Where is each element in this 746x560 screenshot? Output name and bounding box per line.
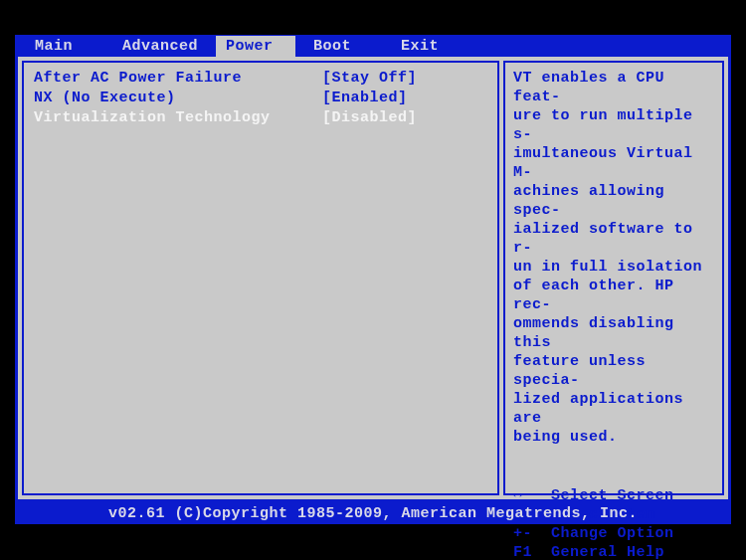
key-hints: ↔Select Screen ↑↓Select Item +-Change Op…	[513, 486, 714, 560]
tab-exit[interactable]: Exit	[391, 36, 470, 57]
help-line: imultaneous Virtual M-	[513, 144, 714, 182]
setting-value[interactable]: [Enabled]	[322, 89, 408, 108]
help-line: of each other. HP rec-	[513, 277, 714, 314]
tab-power[interactable]: Power	[216, 36, 295, 57]
key-hint: +-Change Option	[513, 524, 714, 543]
key-key: ↔	[513, 486, 551, 505]
help-panel: VT enables a CPU feat- ure to run multip…	[503, 61, 724, 495]
setting-row[interactable]: Virtualization Technology [Disabled]	[34, 108, 487, 128]
key-hint: F1General Help	[513, 543, 714, 560]
help-line: ommends disabling this	[513, 314, 714, 352]
help-line: VT enables a CPU feat-	[513, 69, 714, 106]
key-key: +-	[513, 524, 551, 543]
help-line: ialized software to r-	[513, 220, 714, 258]
tab-main[interactable]: Main	[25, 36, 104, 57]
tab-advanced[interactable]: Advanced	[112, 36, 208, 57]
setting-label: NX (No Execute)	[34, 89, 322, 108]
setting-row[interactable]: NX (No Execute) [Enabled]	[34, 89, 487, 108]
key-desc: Select Screen	[551, 486, 674, 505]
help-line: achines allowing spec-	[513, 182, 714, 220]
setting-label: After AC Power Failure	[34, 69, 322, 89]
tab-boot[interactable]: Boot	[303, 36, 383, 57]
key-key: F1	[513, 543, 551, 560]
help-line: un in full isolation	[513, 258, 714, 277]
content-area: After AC Power Failure [Stay Off] NX (No…	[15, 57, 731, 502]
help-text: VT enables a CPU feat- ure to run multip…	[513, 69, 714, 447]
copyright-text: v02.61 (C)Copyright 1985-2009, American …	[108, 505, 638, 522]
help-line: being used.	[513, 428, 714, 447]
settings-panel: After AC Power Failure [Stay Off] NX (No…	[22, 61, 499, 495]
footer: v02.61 (C)Copyright 1985-2009, American …	[15, 502, 731, 524]
setting-value[interactable]: [Stay Off]	[322, 69, 417, 89]
setting-value[interactable]: [Disabled]	[322, 108, 417, 128]
key-desc: General Help	[551, 543, 664, 560]
key-desc: Change Option	[551, 524, 674, 543]
help-line: lized applications are	[513, 390, 714, 428]
key-hint: ↔Select Screen	[513, 486, 714, 505]
setting-label: Virtualization Technology	[34, 108, 322, 128]
menubar: Main Advanced Power Boot Exit	[15, 35, 731, 57]
help-line: ure to run multiple s-	[513, 106, 714, 144]
help-line: feature unless specia-	[513, 352, 714, 390]
bios-screen: Main Advanced Power Boot Exit After AC P…	[15, 35, 731, 527]
setting-row[interactable]: After AC Power Failure [Stay Off]	[34, 69, 487, 89]
